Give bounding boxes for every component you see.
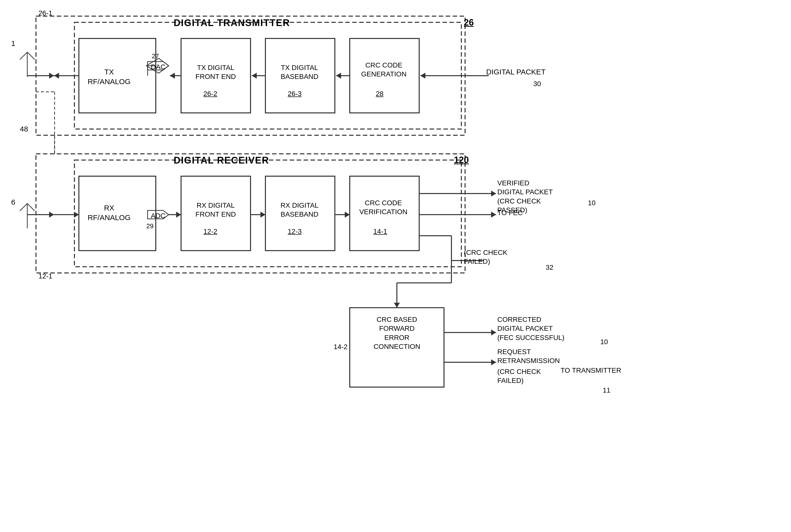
corrected-packet-label: CORRECTEDDIGITAL PACKET(FEC SUCCESSFUL)	[497, 315, 601, 342]
digital-transmitter-label: DIGITAL TRANSMITTER	[174, 17, 290, 29]
tx-front-end-ref: 26-2	[204, 89, 217, 98]
crc-failed-ref: 32	[546, 263, 553, 272]
rx-antenna-ref: 6	[11, 197, 15, 207]
crc-failed-label-bottom: (CRC CHECKFAILED)	[497, 367, 541, 385]
svg-line-60	[20, 204, 27, 211]
fec-ref: 14-2	[334, 342, 348, 352]
tx-antenna-ref: 1	[11, 38, 15, 48]
svg-marker-39	[491, 212, 496, 217]
tx-baseband-label: TX DIGITALBASEBAND	[268, 63, 331, 81]
outer-tx-box-ref: 26-1	[38, 9, 52, 18]
svg-marker-13	[252, 73, 257, 79]
rx-baseband-label: RX DIGITALBASEBAND	[268, 201, 331, 219]
svg-marker-35	[345, 212, 350, 217]
tx-rf-analog-label: TXRF/ANALOG	[82, 67, 136, 87]
digital-packet-label: DIGITAL PACKET	[486, 67, 546, 77]
fec-output-ref: 10	[600, 338, 608, 346]
crc-failed-label-top: (CRC CHECKFAILED)	[464, 248, 507, 266]
digital-receiver-label: DIGITAL RECEIVER	[174, 154, 269, 167]
svg-marker-11	[336, 73, 341, 79]
feedback-ref: 48	[20, 124, 28, 134]
svg-marker-19	[54, 73, 59, 79]
receiver-ref: 120	[454, 154, 469, 166]
fec-block-label: CRC BASEDFORWARDERRORCONNECTION	[352, 315, 442, 352]
verified-packet-ref: 10	[588, 198, 596, 207]
dac-label: DAC	[151, 62, 166, 72]
svg-marker-31	[176, 212, 181, 217]
crc-verify-label: CRC CODEVERIFICATION	[352, 198, 415, 216]
transmitter-ref: 26	[464, 17, 474, 28]
svg-marker-29	[74, 212, 79, 217]
svg-marker-49	[491, 329, 496, 336]
svg-marker-58	[49, 73, 54, 79]
adc-ref: 29	[146, 222, 154, 230]
rx-front-end-ref: 12-2	[204, 227, 217, 236]
diagram-container: 1 6 48 DIGITAL TRANSMITTER 26 26-1 TXRF/…	[0, 0, 791, 532]
retransmission-label: REQUESTRETRANSMISSION	[497, 347, 592, 365]
crc-gen-ref: 28	[376, 89, 384, 98]
adc-label: ADC	[151, 211, 166, 220]
svg-line-61	[27, 204, 35, 211]
svg-line-56	[27, 52, 35, 60]
crc-gen-label: CRC CODEGENERATION	[352, 61, 416, 79]
to-fec-label: TO FEC	[497, 208, 523, 217]
svg-marker-51	[491, 359, 496, 365]
svg-line-55	[20, 52, 27, 60]
svg-marker-33	[261, 212, 265, 217]
dac-ref: 27	[152, 52, 159, 60]
svg-marker-63	[49, 212, 54, 217]
retransmission-ref: 11	[603, 386, 611, 395]
outer-rx-box-ref: 12-1	[38, 272, 52, 281]
svg-marker-15	[170, 73, 175, 79]
tx-front-end-label: TX DIGITALFRONT END	[184, 63, 247, 81]
to-transmitter-label: TO TRANSMITTER	[561, 366, 621, 375]
svg-marker-9	[420, 73, 425, 79]
tx-baseband-ref: 26-3	[288, 89, 302, 98]
rx-front-end-label: RX DIGITALFRONT END	[184, 201, 247, 219]
crc-verify-ref: 14-1	[373, 227, 387, 236]
digital-packet-ref: 30	[533, 79, 541, 88]
rx-rf-analog-label: RXRF/ANALOG	[82, 203, 136, 222]
svg-marker-47	[394, 303, 400, 308]
svg-marker-37	[491, 191, 496, 196]
rx-baseband-ref: 12-3	[288, 227, 302, 236]
